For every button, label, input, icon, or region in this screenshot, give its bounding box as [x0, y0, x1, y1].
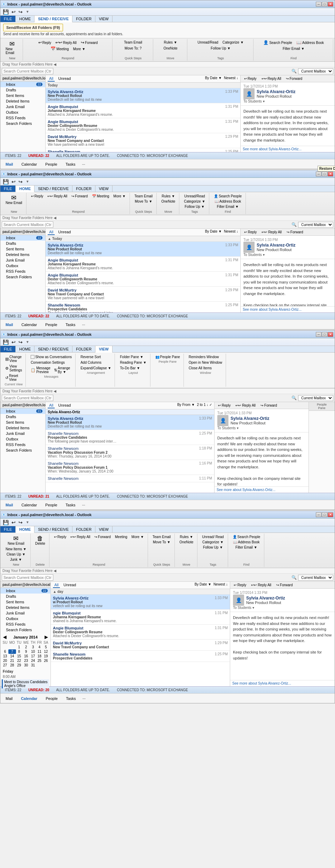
- reset-view-btn[interactable]: ↺ ResetView: [4, 373, 20, 382]
- search-input-2[interactable]: [2, 221, 53, 228]
- tab-view-2[interactable]: VIEW: [95, 186, 112, 192]
- sidebar-rss-4[interactable]: RSS Feeds: [0, 621, 50, 627]
- tab-home-4[interactable]: HOME: [16, 526, 34, 533]
- minimize-btn-4[interactable]: ─: [316, 512, 321, 517]
- close-btn-1[interactable]: ✕: [328, 2, 333, 7]
- undo-icon-4[interactable]: ↩: [10, 519, 17, 526]
- nav-calendar-3[interactable]: Calendar: [17, 501, 41, 508]
- sidebar-junk-1[interactable]: Junk Email: [0, 104, 45, 110]
- sidebar-drafts-4[interactable]: Drafts: [0, 594, 50, 599]
- filter-unread-2[interactable]: Unread: [57, 229, 72, 235]
- tab-sendreceive-2[interactable]: SEND / RECEIVE: [34, 186, 72, 192]
- add-columns-btn[interactable]: Add Columns: [79, 360, 103, 365]
- delete-btn-4[interactable]: 🗑 Delete: [33, 534, 47, 546]
- tab-file-2[interactable]: FILE: [0, 186, 16, 192]
- reply-btn-2[interactable]: ↩ Reply: [29, 194, 45, 199]
- search-submit-icon[interactable]: 🔍: [291, 69, 297, 74]
- sidebar-search-2[interactable]: Search Folders: [0, 274, 45, 280]
- todo-bar-btn[interactable]: To-Do Bar ▼: [118, 365, 141, 371]
- reverse-sort-btn[interactable]: Reverse Sort: [79, 354, 102, 360]
- email-item-2-2[interactable]: Angie Blumquist1:31 PM Dexter Collingswo…: [46, 272, 240, 287]
- save-icon-4[interactable]: 💾: [2, 519, 10, 526]
- forward-btn-1[interactable]: ↪ Forward: [79, 40, 100, 45]
- unread-btn-2[interactable]: Unread/Read: [182, 194, 207, 199]
- tab-home-2[interactable]: HOME: [16, 186, 34, 192]
- maximize-btn-1[interactable]: □: [322, 2, 327, 7]
- cal-prev-4[interactable]: ◀: [2, 635, 8, 640]
- conv-settings-btn[interactable]: Conversation Settings: [29, 360, 66, 365]
- followup-btn-4[interactable]: Follow Up ▼: [201, 545, 225, 550]
- expand-collapse-btn[interactable]: Expand/Collapse ▼: [79, 365, 112, 371]
- tab-file-1[interactable]: FILE: [0, 16, 16, 22]
- nav-mail-4[interactable]: Mail: [2, 695, 16, 702]
- search-scope-3[interactable]: Current Mailbox: [298, 395, 333, 401]
- email-item-2-1[interactable]: Angie Blumquist1:31 PM Johanna Kiersgaar…: [46, 257, 240, 272]
- email-item-1-2[interactable]: Angie Blumquist 1:31 PM Dexter Collingsw…: [46, 118, 240, 133]
- tab-view-3[interactable]: VIEW: [95, 346, 112, 353]
- sidebar-inbox-1[interactable]: Inbox 22: [0, 82, 45, 87]
- redo-icon-3[interactable]: ↪: [17, 339, 24, 345]
- order-btn-1[interactable]: Newest ↓: [224, 76, 238, 82]
- sidebar-search-1[interactable]: Search Folders: [0, 121, 45, 126]
- sidebar-deleted-4[interactable]: Deleted Items: [0, 605, 50, 610]
- tab-home-1[interactable]: HOME: [16, 16, 34, 22]
- email-item-4-2[interactable]: Angie Blumquist1:31 PM Dexter Collingswo…: [51, 625, 230, 640]
- reading-pane-btn[interactable]: Reading Pane ▼: [118, 360, 148, 365]
- cal-today-4[interactable]: 7: [8, 649, 16, 654]
- nav-calendar-2[interactable]: Calendar: [17, 321, 41, 328]
- filter-unread-3[interactable]: Unread: [57, 403, 72, 408]
- reply-all-action-3[interactable]: ↩↩ Reply All: [233, 403, 258, 408]
- unread-btn-4[interactable]: Unread/ Read: [200, 534, 225, 539]
- team-email-btn-2[interactable]: Team Email: [133, 194, 154, 199]
- filter-unread-4[interactable]: Unread: [62, 582, 77, 588]
- order-2[interactable]: Newest ↓: [224, 229, 238, 235]
- followup-btn-2[interactable]: Follow Up ▼: [183, 204, 206, 209]
- nav-more-1[interactable]: ···: [80, 161, 87, 167]
- forward-action-3[interactable]: ↪ Forward: [258, 403, 279, 408]
- nav-mail-3[interactable]: Mail: [2, 501, 17, 508]
- reply-all-btn-4[interactable]: ↩↩ Reply All: [69, 534, 92, 539]
- meeting-btn-1[interactable]: 📅 Meeting: [49, 46, 71, 52]
- email-item-4-1[interactable]: ngie Blumquist1:31 PM Johanna Kiersgaard…: [51, 610, 230, 625]
- forward-action-4[interactable]: ↪ Forward: [274, 582, 295, 588]
- sidebar-search-4[interactable]: Search Folders: [0, 627, 50, 633]
- tab-folder-2[interactable]: FOLDER: [72, 186, 95, 192]
- new-email-btn-1[interactable]: ✉ New Email: [4, 40, 21, 56]
- nav-calendar-4[interactable]: Calendar: [17, 695, 41, 702]
- categorize-btn-2[interactable]: Categorize ▼: [182, 199, 207, 204]
- forward-action-2[interactable]: ↪ Forward: [285, 229, 305, 235]
- onenote-btn-4[interactable]: OneNote: [178, 539, 195, 545]
- nav-more-3[interactable]: ···: [80, 502, 87, 508]
- sidebar-junk-4[interactable]: Junk Email: [0, 610, 50, 616]
- nav-people-2[interactable]: People: [41, 321, 61, 328]
- sidebar-deleted-1[interactable]: Deleted Items: [0, 98, 45, 104]
- email-item-3-4[interactable]: Shanelle Newsom1:11 PM: [46, 475, 214, 482]
- email-item-4-4[interactable]: Shanelle Newsom1:25 PM Prospective Candi…: [51, 651, 230, 662]
- sidebar-sent-1[interactable]: Sent Items: [0, 93, 45, 98]
- sidebar-drafts-2[interactable]: Drafts: [0, 241, 45, 246]
- sort-2[interactable]: By Date ▼: [205, 229, 222, 235]
- redo-icon[interactable]: ↪: [17, 9, 24, 15]
- onenote-btn-1[interactable]: OneNote: [162, 46, 179, 51]
- search-scope-2[interactable]: Current Mailbox: [298, 222, 333, 228]
- filter-all-3[interactable]: All: [48, 403, 55, 408]
- reply-all-btn-2[interactable]: ↩↩ Reply All: [46, 194, 69, 199]
- tab-view-1[interactable]: VIEW: [95, 16, 112, 22]
- sort-3[interactable]: By From ▼: [177, 403, 195, 408]
- show-as-conv-btn[interactable]: Show as Conversations: [29, 354, 73, 360]
- sidebar-junk-3[interactable]: Junk Email: [0, 431, 45, 436]
- search-scope-4[interactable]: Current Mailbox: [298, 575, 333, 581]
- email-item-3-3[interactable]: Shanelle Newsom1:16 PM Vacation Policy D…: [46, 460, 214, 475]
- tab-folder-1[interactable]: FOLDER: [72, 16, 95, 22]
- forward-btn-4[interactable]: ↪ Forward: [93, 534, 112, 539]
- filter-email-btn-1[interactable]: Filter Email ▼: [281, 46, 306, 51]
- junk-btn-4[interactable]: Junk ▼: [8, 557, 24, 562]
- sidebar-drafts-3[interactable]: Drafts: [0, 414, 45, 420]
- rules-btn-2[interactable]: Rules ▼: [160, 194, 177, 199]
- cleanup-btn-4[interactable]: Clean Up ▼: [5, 552, 27, 557]
- email-item-2-0[interactable]: Sylvia Alvarez-Ortiz1:33 PM New Product …: [46, 242, 240, 257]
- save-icon[interactable]: 💾: [2, 9, 10, 15]
- search-icon-4[interactable]: 🔍: [291, 575, 297, 580]
- email-item-3-1[interactable]: Shanelle Newsom1:25 PM Prospective Candi…: [46, 430, 214, 445]
- more-btn-4[interactable]: More ▼: [130, 534, 146, 539]
